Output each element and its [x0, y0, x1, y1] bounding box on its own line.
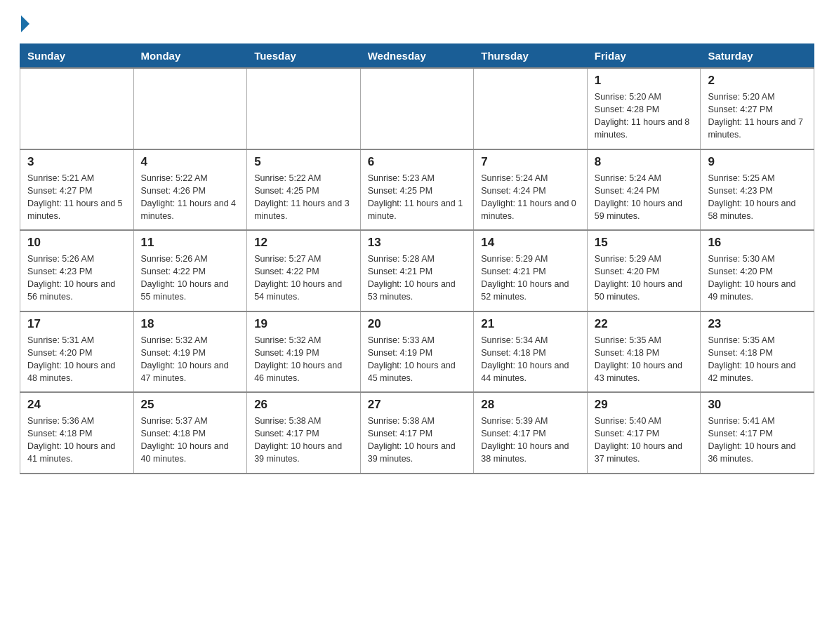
calendar-cell: 24Sunrise: 5:36 AM Sunset: 4:18 PM Dayli…: [20, 392, 134, 474]
week-row-1: 1Sunrise: 5:20 AM Sunset: 4:28 PM Daylig…: [20, 68, 814, 149]
day-number: 30: [708, 398, 807, 412]
calendar-cell: 30Sunrise: 5:41 AM Sunset: 4:17 PM Dayli…: [701, 392, 814, 474]
calendar-cell: [474, 68, 588, 149]
day-info: Sunrise: 5:34 AM Sunset: 4:18 PM Dayligh…: [481, 334, 580, 385]
weekday-header-row: SundayMondayTuesdayWednesdayThursdayFrid…: [20, 44, 814, 69]
day-info: Sunrise: 5:20 AM Sunset: 4:27 PM Dayligh…: [708, 90, 807, 142]
day-info: Sunrise: 5:27 AM Sunset: 4:22 PM Dayligh…: [254, 253, 353, 304]
logo-triangle-icon: [21, 15, 29, 32]
day-number: 23: [708, 317, 807, 331]
calendar-cell: 13Sunrise: 5:28 AM Sunset: 4:21 PM Dayli…: [360, 230, 474, 311]
calendar-cell: [20, 68, 134, 149]
day-number: 28: [481, 398, 580, 412]
page-header: [20, 17, 814, 31]
calendar-cell: 18Sunrise: 5:32 AM Sunset: 4:19 PM Dayli…: [133, 311, 247, 393]
day-info: Sunrise: 5:40 AM Sunset: 4:17 PM Dayligh…: [595, 415, 694, 466]
day-number: 17: [27, 317, 126, 331]
day-info: Sunrise: 5:20 AM Sunset: 4:28 PM Dayligh…: [595, 90, 694, 142]
day-info: Sunrise: 5:24 AM Sunset: 4:24 PM Dayligh…: [595, 172, 694, 223]
day-number: 14: [481, 236, 580, 250]
day-number: 27: [368, 398, 467, 412]
weekday-header-monday: Monday: [133, 44, 247, 69]
calendar-cell: 1Sunrise: 5:20 AM Sunset: 4:28 PM Daylig…: [587, 68, 701, 149]
day-number: 25: [141, 398, 240, 412]
day-number: 20: [368, 317, 467, 331]
day-info: Sunrise: 5:41 AM Sunset: 4:17 PM Dayligh…: [708, 415, 807, 466]
day-info: Sunrise: 5:33 AM Sunset: 4:19 PM Dayligh…: [368, 334, 467, 385]
calendar-cell: 2Sunrise: 5:20 AM Sunset: 4:27 PM Daylig…: [701, 68, 814, 149]
calendar-table: SundayMondayTuesdayWednesdayThursdayFrid…: [20, 43, 814, 474]
weekday-header-wednesday: Wednesday: [360, 44, 474, 69]
day-number: 10: [27, 236, 126, 250]
day-info: Sunrise: 5:38 AM Sunset: 4:17 PM Dayligh…: [368, 415, 467, 466]
day-info: Sunrise: 5:38 AM Sunset: 4:17 PM Dayligh…: [254, 415, 353, 466]
day-info: Sunrise: 5:22 AM Sunset: 4:25 PM Dayligh…: [254, 172, 353, 223]
week-row-4: 17Sunrise: 5:31 AM Sunset: 4:20 PM Dayli…: [20, 311, 814, 393]
day-info: Sunrise: 5:24 AM Sunset: 4:24 PM Dayligh…: [481, 172, 580, 223]
day-number: 6: [368, 155, 467, 169]
day-number: 19: [254, 317, 353, 331]
day-info: Sunrise: 5:29 AM Sunset: 4:21 PM Dayligh…: [481, 253, 580, 304]
calendar-cell: 23Sunrise: 5:35 AM Sunset: 4:18 PM Dayli…: [701, 311, 814, 393]
calendar-cell: 26Sunrise: 5:38 AM Sunset: 4:17 PM Dayli…: [247, 392, 361, 474]
calendar-cell: 12Sunrise: 5:27 AM Sunset: 4:22 PM Dayli…: [247, 230, 361, 311]
week-row-3: 10Sunrise: 5:26 AM Sunset: 4:23 PM Dayli…: [20, 230, 814, 311]
day-info: Sunrise: 5:32 AM Sunset: 4:19 PM Dayligh…: [141, 334, 240, 385]
calendar-cell: 10Sunrise: 5:26 AM Sunset: 4:23 PM Dayli…: [20, 230, 134, 311]
weekday-header-sunday: Sunday: [20, 44, 134, 69]
calendar-cell: 22Sunrise: 5:35 AM Sunset: 4:18 PM Dayli…: [587, 311, 701, 393]
day-number: 1: [595, 74, 694, 88]
calendar-cell: 25Sunrise: 5:37 AM Sunset: 4:18 PM Dayli…: [133, 392, 247, 474]
day-info: Sunrise: 5:35 AM Sunset: 4:18 PM Dayligh…: [708, 334, 807, 385]
calendar-cell: [133, 68, 247, 149]
day-info: Sunrise: 5:31 AM Sunset: 4:20 PM Dayligh…: [27, 334, 126, 385]
day-info: Sunrise: 5:37 AM Sunset: 4:18 PM Dayligh…: [141, 415, 240, 466]
day-info: Sunrise: 5:30 AM Sunset: 4:20 PM Dayligh…: [708, 253, 807, 304]
day-info: Sunrise: 5:23 AM Sunset: 4:25 PM Dayligh…: [368, 172, 467, 223]
calendar-cell: 3Sunrise: 5:21 AM Sunset: 4:27 PM Daylig…: [20, 149, 134, 231]
calendar-cell: 21Sunrise: 5:34 AM Sunset: 4:18 PM Dayli…: [474, 311, 588, 393]
day-number: 13: [368, 236, 467, 250]
day-info: Sunrise: 5:32 AM Sunset: 4:19 PM Dayligh…: [254, 334, 353, 385]
day-info: Sunrise: 5:35 AM Sunset: 4:18 PM Dayligh…: [595, 334, 694, 385]
calendar-cell: [247, 68, 361, 149]
day-info: Sunrise: 5:39 AM Sunset: 4:17 PM Dayligh…: [481, 415, 580, 466]
day-info: Sunrise: 5:28 AM Sunset: 4:21 PM Dayligh…: [368, 253, 467, 304]
day-info: Sunrise: 5:22 AM Sunset: 4:26 PM Dayligh…: [141, 172, 240, 223]
weekday-header-saturday: Saturday: [701, 44, 814, 69]
calendar-cell: 14Sunrise: 5:29 AM Sunset: 4:21 PM Dayli…: [474, 230, 588, 311]
weekday-header-thursday: Thursday: [474, 44, 588, 69]
week-row-2: 3Sunrise: 5:21 AM Sunset: 4:27 PM Daylig…: [20, 149, 814, 231]
day-number: 2: [708, 74, 807, 88]
calendar-cell: [360, 68, 474, 149]
calendar-cell: 16Sunrise: 5:30 AM Sunset: 4:20 PM Dayli…: [701, 230, 814, 311]
day-info: Sunrise: 5:26 AM Sunset: 4:23 PM Dayligh…: [27, 253, 126, 304]
day-info: Sunrise: 5:21 AM Sunset: 4:27 PM Dayligh…: [27, 172, 126, 223]
day-info: Sunrise: 5:25 AM Sunset: 4:23 PM Dayligh…: [708, 172, 807, 223]
logo: [20, 17, 29, 31]
day-number: 26: [254, 398, 353, 412]
day-number: 24: [27, 398, 126, 412]
day-number: 15: [595, 236, 694, 250]
calendar-cell: 5Sunrise: 5:22 AM Sunset: 4:25 PM Daylig…: [247, 149, 361, 231]
day-number: 7: [481, 155, 580, 169]
calendar-cell: 17Sunrise: 5:31 AM Sunset: 4:20 PM Dayli…: [20, 311, 134, 393]
day-number: 18: [141, 317, 240, 331]
calendar-cell: 11Sunrise: 5:26 AM Sunset: 4:22 PM Dayli…: [133, 230, 247, 311]
calendar-cell: 4Sunrise: 5:22 AM Sunset: 4:26 PM Daylig…: [133, 149, 247, 231]
calendar-cell: 27Sunrise: 5:38 AM Sunset: 4:17 PM Dayli…: [360, 392, 474, 474]
day-number: 22: [595, 317, 694, 331]
day-number: 11: [141, 236, 240, 250]
day-info: Sunrise: 5:36 AM Sunset: 4:18 PM Dayligh…: [27, 415, 126, 466]
day-number: 4: [141, 155, 240, 169]
calendar-cell: 6Sunrise: 5:23 AM Sunset: 4:25 PM Daylig…: [360, 149, 474, 231]
day-number: 5: [254, 155, 353, 169]
day-number: 21: [481, 317, 580, 331]
day-info: Sunrise: 5:29 AM Sunset: 4:20 PM Dayligh…: [595, 253, 694, 304]
calendar-cell: 8Sunrise: 5:24 AM Sunset: 4:24 PM Daylig…: [587, 149, 701, 231]
calendar-cell: 7Sunrise: 5:24 AM Sunset: 4:24 PM Daylig…: [474, 149, 588, 231]
day-number: 8: [595, 155, 694, 169]
calendar-cell: 29Sunrise: 5:40 AM Sunset: 4:17 PM Dayli…: [587, 392, 701, 474]
calendar-cell: 9Sunrise: 5:25 AM Sunset: 4:23 PM Daylig…: [701, 149, 814, 231]
day-number: 9: [708, 155, 807, 169]
